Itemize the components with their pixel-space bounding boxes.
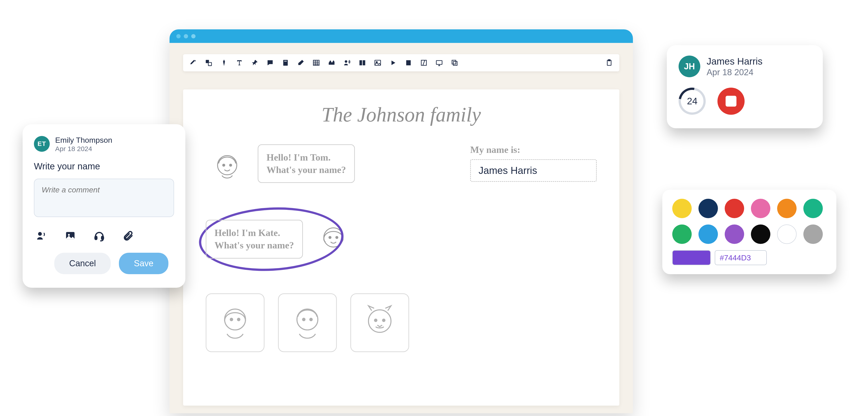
color-palette-card bbox=[662, 190, 836, 274]
worksheet-row-2: Hello! I'm Kate. What's your name? bbox=[206, 216, 597, 262]
color-swatch[interactable] bbox=[751, 224, 770, 244]
image-icon[interactable] bbox=[65, 230, 76, 241]
clipboard-icon[interactable] bbox=[605, 59, 613, 67]
swatch-row-2 bbox=[672, 224, 827, 244]
svg-point-30 bbox=[38, 232, 42, 236]
color-swatch[interactable] bbox=[803, 224, 823, 244]
notebook-icon[interactable] bbox=[282, 59, 289, 67]
svg-rect-4 bbox=[313, 60, 319, 66]
svg-point-20 bbox=[336, 237, 338, 239]
comment-date: Apr 18 2024 bbox=[55, 145, 112, 153]
worksheet-row-1: Hello! I'm Tom. What's your name? My nam… bbox=[206, 144, 597, 189]
svg-point-27 bbox=[368, 310, 391, 333]
comment-button-row: Cancel Save bbox=[34, 253, 174, 274]
color-swatch[interactable] bbox=[699, 199, 718, 218]
svg-rect-33 bbox=[95, 236, 97, 240]
image-icon[interactable] bbox=[374, 59, 381, 67]
color-swatch[interactable] bbox=[725, 224, 744, 244]
text-icon[interactable] bbox=[236, 59, 243, 67]
document-page: The Johnson family Hello! I'm Tom. What'… bbox=[183, 90, 619, 406]
speak-icon[interactable] bbox=[343, 59, 351, 67]
svg-point-32 bbox=[68, 234, 70, 236]
sticky-icon[interactable] bbox=[405, 59, 412, 67]
svg-rect-34 bbox=[101, 236, 103, 240]
screen-icon[interactable] bbox=[435, 59, 443, 67]
speak-icon[interactable] bbox=[36, 230, 47, 241]
hex-input[interactable] bbox=[715, 250, 767, 265]
stop-icon bbox=[725, 96, 737, 107]
name-entry-block: My name is: James Harris bbox=[470, 144, 597, 182]
speech-line: Hello! I'm Kate. bbox=[215, 228, 280, 238]
worksheet-thumbnail-row bbox=[206, 293, 597, 352]
color-swatch[interactable] bbox=[803, 199, 823, 218]
svg-rect-3 bbox=[284, 61, 287, 62]
save-button[interactable]: Save bbox=[119, 253, 168, 274]
stop-recording-button[interactable] bbox=[717, 88, 745, 115]
speech-line: Hello! I'm Tom. bbox=[267, 152, 331, 163]
stamp-icon[interactable] bbox=[328, 59, 336, 67]
name-input[interactable]: James Harris bbox=[470, 159, 597, 182]
svg-rect-14 bbox=[608, 60, 610, 61]
svg-rect-1 bbox=[209, 63, 212, 66]
headset-icon[interactable] bbox=[94, 230, 105, 241]
comment-header: ET Emily Thompson Apr 18 2024 bbox=[34, 135, 174, 153]
color-preview bbox=[672, 250, 711, 265]
name-label: My name is: bbox=[470, 144, 597, 155]
avatar: ET bbox=[34, 136, 50, 152]
recording-timer: 24 bbox=[673, 82, 711, 120]
svg-rect-6 bbox=[375, 60, 381, 66]
svg-point-26 bbox=[310, 318, 312, 321]
shapes-icon[interactable] bbox=[205, 59, 213, 67]
svg-point-15 bbox=[217, 155, 237, 175]
comment-textarea[interactable] bbox=[34, 179, 174, 217]
play-icon[interactable] bbox=[389, 59, 397, 67]
recording-card: JH James Harris Apr 18 2024 24 bbox=[667, 45, 823, 128]
svg-point-22 bbox=[230, 318, 233, 321]
comment-icon[interactable] bbox=[266, 59, 274, 67]
color-swatch[interactable] bbox=[725, 199, 744, 218]
pin-icon[interactable] bbox=[251, 59, 258, 67]
color-swatch[interactable] bbox=[777, 199, 797, 218]
character-thumbnail[interactable] bbox=[278, 293, 337, 352]
speech-bubble-kate: Hello! I'm Kate. What's your name? bbox=[206, 220, 303, 258]
book-icon[interactable] bbox=[359, 59, 366, 67]
traffic-light-minimize-icon[interactable] bbox=[184, 34, 188, 38]
svg-point-29 bbox=[382, 319, 385, 322]
hex-row bbox=[672, 250, 827, 265]
comment-title: Write your name bbox=[34, 161, 174, 171]
svg-point-17 bbox=[230, 164, 232, 166]
color-swatch[interactable] bbox=[777, 224, 797, 244]
svg-point-28 bbox=[375, 319, 377, 322]
traffic-light-close-icon[interactable] bbox=[176, 34, 181, 38]
avatar: JH bbox=[679, 56, 700, 77]
copy-icon[interactable] bbox=[451, 59, 458, 67]
speech-line: What's your name? bbox=[215, 240, 294, 250]
table-icon[interactable] bbox=[312, 59, 320, 67]
recording-header: JH James Harris Apr 18 2024 bbox=[679, 56, 811, 77]
swatch-row-1 bbox=[672, 199, 827, 218]
pen-icon[interactable] bbox=[220, 59, 228, 67]
svg-rect-12 bbox=[452, 60, 456, 64]
eraser-icon[interactable] bbox=[297, 59, 305, 67]
cancel-button[interactable]: Cancel bbox=[54, 253, 111, 274]
svg-point-18 bbox=[324, 228, 343, 247]
color-swatch[interactable] bbox=[751, 199, 770, 218]
crop-icon[interactable] bbox=[420, 59, 428, 67]
title-bar bbox=[169, 29, 633, 43]
paperclip-icon[interactable] bbox=[123, 230, 134, 241]
svg-rect-11 bbox=[453, 62, 457, 65]
traffic-light-zoom-icon[interactable] bbox=[191, 34, 195, 38]
recording-controls: 24 bbox=[679, 88, 811, 115]
color-swatch[interactable] bbox=[699, 224, 718, 244]
svg-point-23 bbox=[238, 318, 240, 321]
svg-point-16 bbox=[223, 164, 225, 166]
color-swatch[interactable] bbox=[672, 224, 692, 244]
character-kate-illustration bbox=[312, 216, 355, 262]
highlighter-icon[interactable] bbox=[189, 59, 197, 67]
character-thumbnail[interactable] bbox=[206, 293, 265, 352]
recording-author: James Harris bbox=[707, 56, 763, 68]
svg-point-25 bbox=[303, 318, 305, 321]
color-swatch[interactable] bbox=[672, 199, 692, 218]
character-thumbnail[interactable] bbox=[350, 293, 409, 352]
comment-attachment-row bbox=[36, 230, 174, 241]
